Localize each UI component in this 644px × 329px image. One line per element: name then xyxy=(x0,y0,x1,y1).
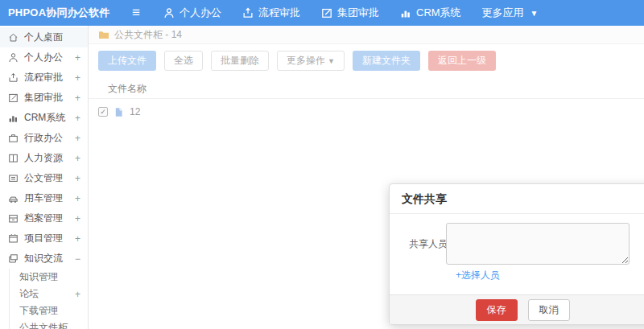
batch-delete-button[interactable]: 批量删除 xyxy=(211,51,269,71)
sidebar-item-process-approval[interactable]: 流程审批 + xyxy=(0,68,88,88)
new-folder-button[interactable]: 新建文件夹 xyxy=(353,51,420,71)
nav-process-approval[interactable]: 流程审批 xyxy=(232,0,311,26)
cancel-button[interactable]: 取消 xyxy=(528,299,570,321)
sidebar-item-label: 用车管理 xyxy=(24,191,75,205)
row-checkbox[interactable]: ✓ xyxy=(98,107,108,117)
nav-label: 个人办公 xyxy=(180,6,221,20)
bar-chart-icon xyxy=(8,113,19,123)
sidebar-item-vehicle-management[interactable]: 用车管理 + xyxy=(0,188,88,208)
sidebar-item-label: 公文管理 xyxy=(24,171,75,185)
approval-upload-icon xyxy=(8,72,19,83)
expand-toggle[interactable]: + xyxy=(75,133,80,144)
expand-toggle[interactable]: + xyxy=(75,233,80,245)
sidebar-subitem-label: 知识管理 xyxy=(19,270,80,284)
breadcrumb: 公共文件柜 - 14 xyxy=(89,26,644,44)
collapse-toggle[interactable]: − xyxy=(75,253,80,265)
share-members-textarea[interactable] xyxy=(446,223,630,265)
expand-toggle[interactable]: + xyxy=(75,72,80,84)
sidebar-item-label: 行政办公 xyxy=(24,131,75,145)
sidebar-item-label: 流程审批 xyxy=(24,71,75,84)
sidebar-item-label: 个人桌面 xyxy=(24,31,80,44)
nav-crm-system[interactable]: CRM系统 xyxy=(390,0,472,26)
expand-toggle[interactable]: + xyxy=(75,52,80,64)
sidebar-item-human-resources[interactable]: 人力资源 + xyxy=(0,148,88,168)
nav-more-apps[interactable]: 更多应用 ▼ xyxy=(472,0,549,26)
sidebar-item-label: 档案管理 xyxy=(24,212,75,225)
caret-down-icon: ▼ xyxy=(328,57,335,65)
save-button[interactable]: 保存 xyxy=(476,299,518,321)
sidebar-submenu-knowledge: 知识管理 论坛 + 下载管理 公共文件柜 xyxy=(9,269,88,329)
toolbar: 上传文件 全选 批量删除 更多操作▼ 新建文件夹 返回上一级 xyxy=(89,44,644,78)
user-icon xyxy=(8,52,19,63)
folder-icon xyxy=(98,30,109,39)
sidebar-item-label: 集团审批 xyxy=(24,91,75,105)
app-logo: PHPOA协同办公软件 xyxy=(0,6,119,20)
sidebar-item-crm-system[interactable]: CRM系统 + xyxy=(0,108,88,128)
car-icon xyxy=(8,193,19,204)
bar-chart-icon xyxy=(400,7,411,19)
expand-toggle[interactable]: + xyxy=(75,153,80,164)
sidebar-item-document-management[interactable]: 公文管理 + xyxy=(0,168,88,188)
sidebar-item-project-management[interactable]: 项目管理 + xyxy=(0,228,88,249)
briefcase-icon xyxy=(8,133,19,143)
approval-upload-icon xyxy=(242,7,254,19)
user-icon xyxy=(163,7,175,19)
dialog-body: 共享人员 +选择人员 xyxy=(390,214,644,282)
file-name-column-header: 文件名称 xyxy=(89,78,644,99)
nav-label: CRM系统 xyxy=(416,6,461,20)
file-icon xyxy=(114,107,124,117)
sidebar-item-label: 知识交流 xyxy=(24,252,75,265)
expand-toggle[interactable]: + xyxy=(75,213,80,224)
sidebar-subitem-label: 下载管理 xyxy=(19,304,80,318)
document-icon xyxy=(8,173,19,183)
file-share-dialog: 文件共享 共享人员 +选择人员 保存 取消 xyxy=(389,183,644,325)
sidebar-item-personal-desktop[interactable]: 个人桌面 xyxy=(0,27,88,47)
nav-label: 更多应用 xyxy=(482,6,524,20)
sidebar-item-label: 个人办公 xyxy=(24,51,75,64)
caret-down-icon: ▼ xyxy=(530,9,539,18)
dialog-footer: 保存 取消 xyxy=(390,294,644,324)
sidebar-item-knowledge-exchange[interactable]: 知识交流 − xyxy=(0,249,88,269)
expand-toggle[interactable]: + xyxy=(75,113,80,124)
nav-group-approval[interactable]: 集团审批 xyxy=(311,0,390,26)
sidebar-subitem-download-management[interactable]: 下载管理 xyxy=(10,302,88,319)
select-members-link[interactable]: +选择人员 xyxy=(456,269,500,282)
topbar: PHPOA协同办公软件 ≡ 个人办公 流程审批 集团审批 CRM系统 更多应用 … xyxy=(0,0,644,26)
calendar-icon xyxy=(8,233,19,244)
upload-file-button[interactable]: 上传文件 xyxy=(98,51,156,71)
breadcrumb-label: 公共文件柜 - 14 xyxy=(114,28,182,42)
expand-toggle[interactable]: + xyxy=(75,289,80,300)
sidebar-item-label: 人力资源 xyxy=(24,151,75,165)
more-actions-button[interactable]: 更多操作▼ xyxy=(277,51,345,71)
edit-icon xyxy=(8,93,19,103)
sidebar-subitem-public-file-cabinet[interactable]: 公共文件柜 xyxy=(10,319,88,329)
nav-personal-office[interactable]: 个人办公 xyxy=(153,0,232,26)
share-members-label: 共享人员 xyxy=(399,237,446,251)
select-all-button[interactable]: 全选 xyxy=(164,51,203,71)
sidebar-item-label: CRM系统 xyxy=(24,111,75,125)
edit-icon xyxy=(321,7,332,19)
file-name[interactable]: 12 xyxy=(130,106,140,117)
expand-toggle[interactable]: + xyxy=(75,193,80,204)
expand-toggle[interactable]: + xyxy=(75,173,80,184)
sidebar-subitem-label: 论坛 xyxy=(19,287,75,301)
hamburger-menu-icon[interactable]: ≡ xyxy=(119,0,153,26)
share-members-field: 共享人员 xyxy=(399,223,644,265)
sidebar-subitem-knowledge-management[interactable]: 知识管理 xyxy=(10,269,88,286)
chat-copy-icon xyxy=(8,253,19,264)
sidebar: 个人桌面 个人办公 + 流程审批 + 集团审批 + CRM系统 + 行政办公 + xyxy=(0,26,89,329)
sidebar-item-admin-office[interactable]: 行政办公 + xyxy=(0,128,88,148)
sidebar-item-group-approval[interactable]: 集团审批 + xyxy=(0,88,88,108)
nav-label: 集团审批 xyxy=(337,6,379,20)
sidebar-subitem-label: 公共文件柜 xyxy=(19,321,80,329)
back-up-level-button[interactable]: 返回上一级 xyxy=(428,51,496,71)
nav-label: 流程审批 xyxy=(258,6,300,20)
sidebar-subitem-forum[interactable]: 论坛 + xyxy=(10,286,88,302)
expand-toggle[interactable]: + xyxy=(75,93,80,104)
archive-icon xyxy=(8,213,19,224)
book-icon xyxy=(8,153,19,163)
sidebar-item-personal-office[interactable]: 个人办公 + xyxy=(0,47,88,68)
file-row[interactable]: ✓ 12 xyxy=(89,99,644,125)
sidebar-item-archive-management[interactable]: 档案管理 + xyxy=(0,208,88,228)
sidebar-item-label: 项目管理 xyxy=(24,232,75,245)
